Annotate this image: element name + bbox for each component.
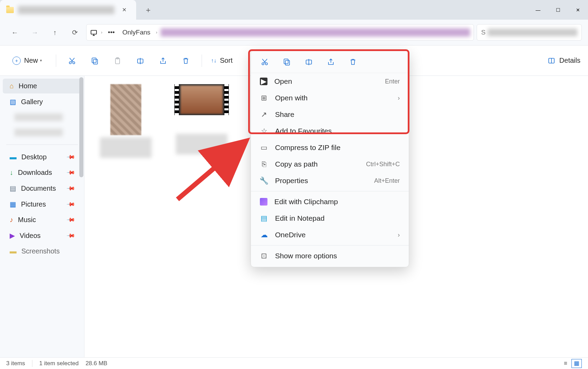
navbar: ← → ↑ ⟳ › ••• OnlyFans › S xyxy=(0,20,588,46)
sidebar-item-label: Pictures xyxy=(21,200,46,208)
svg-rect-3 xyxy=(93,59,98,64)
search-input[interactable]: S xyxy=(477,24,582,41)
sidebar-item-screenshots[interactable]: ▬ Screenshots xyxy=(3,244,81,259)
forward-button[interactable]: → xyxy=(26,25,43,40)
ctx-onedrive[interactable]: ☁ OneDrive › xyxy=(251,227,409,243)
sidebar-item-label: Desktop xyxy=(21,153,47,161)
minimize-button[interactable]: — xyxy=(528,0,548,20)
copy-button[interactable] xyxy=(88,54,102,68)
folder-icon xyxy=(6,7,14,13)
sidebar-item-gallery[interactable]: ▧ Gallery xyxy=(3,94,81,109)
ctx-delete-button[interactable] xyxy=(347,56,358,67)
file-name-blurred xyxy=(100,137,152,158)
scrollbar[interactable] xyxy=(79,76,84,357)
sidebar-item-label: Home xyxy=(19,82,37,90)
ctx-rename-button[interactable] xyxy=(303,56,314,67)
sidebar-item-blurred[interactable] xyxy=(3,125,81,140)
sidebar-item-downloads[interactable]: ↓ Downloads 📌 xyxy=(3,165,81,180)
sort-button[interactable]: ↑↓ Sort xyxy=(211,54,233,68)
search-prefix: S xyxy=(481,29,486,36)
more-icon[interactable]: ••• xyxy=(106,27,117,38)
svg-rect-0 xyxy=(91,30,97,34)
sidebar: ⌂ Home ▧ Gallery ▬ Desktop 📌 ↓ Downloads… xyxy=(0,76,84,357)
status-size: 28.6 MB xyxy=(85,360,107,367)
star-icon: ☆ xyxy=(260,127,268,135)
maximize-button[interactable]: ☐ xyxy=(548,0,568,20)
ctx-share-button[interactable] xyxy=(325,56,336,67)
paste-button[interactable] xyxy=(111,54,124,68)
ctx-favourites[interactable]: ☆ Add to Favourites xyxy=(251,123,409,139)
chevron-right-icon: › xyxy=(156,30,157,35)
sidebar-item-label: Music xyxy=(18,216,36,224)
separator xyxy=(251,191,409,191)
ctx-open[interactable]: ▶ Open Enter xyxy=(251,73,409,90)
sidebar-item-home[interactable]: ⌂ Home xyxy=(3,79,81,93)
details-button[interactable]: Details xyxy=(548,57,580,64)
close-button[interactable]: ✕ xyxy=(568,0,588,20)
search-blurred xyxy=(488,29,577,36)
rename-button[interactable] xyxy=(133,54,147,68)
cut-button[interactable] xyxy=(65,54,79,68)
address-bar[interactable]: › ••• OnlyFans › xyxy=(86,24,474,41)
ctx-properties[interactable]: 🔧 Properties Alt+Enter xyxy=(251,172,409,189)
new-button[interactable]: + New ▾ xyxy=(8,54,47,68)
ctx-share[interactable]: ↗ Share xyxy=(251,106,409,123)
ctx-open-with[interactable]: ⊞ Open with › xyxy=(251,90,409,106)
breadcrumb-folder[interactable]: OnlyFans xyxy=(120,27,152,38)
zip-icon: ▭ xyxy=(260,143,268,152)
tab[interactable]: ✕ xyxy=(0,0,136,20)
sidebar-item-label: Downloads xyxy=(18,169,52,177)
sidebar-item-blurred[interactable] xyxy=(3,110,81,124)
separator xyxy=(251,245,409,246)
context-menu: ▶ Open Enter ⊞ Open with › ↗ Share ☆ Add… xyxy=(251,50,409,267)
pc-icon xyxy=(90,29,98,36)
list-view-button[interactable]: ≡ xyxy=(560,359,571,368)
pin-icon: 📌 xyxy=(66,183,76,193)
notepad-icon: ▤ xyxy=(260,214,268,222)
onedrive-icon: ☁ xyxy=(260,231,268,239)
grid-view-button[interactable]: ▦ xyxy=(571,359,582,368)
ctx-copy-path[interactable]: ⎘ Copy as path Ctrl+Shift+C xyxy=(251,156,409,172)
separator xyxy=(32,360,32,367)
sidebar-item-desktop[interactable]: ▬ Desktop 📌 xyxy=(3,150,81,164)
sidebar-item-documents[interactable]: ▤ Documents 📌 xyxy=(3,181,81,196)
ctx-copy-button[interactable] xyxy=(281,56,292,67)
gallery-icon: ▧ xyxy=(10,98,16,106)
tab-close-button[interactable]: ✕ xyxy=(119,4,130,15)
breadcrumb-blurred xyxy=(161,28,470,37)
ctx-notepad[interactable]: ▤ Edit in Notepad xyxy=(251,210,409,227)
file-item[interactable] xyxy=(98,84,153,158)
documents-icon: ▤ xyxy=(10,184,16,192)
new-label: New xyxy=(24,57,38,64)
sidebar-item-label: Screenshots xyxy=(21,247,60,255)
pin-icon: 📌 xyxy=(66,199,76,209)
ctx-compress[interactable]: ▭ Compress to ZIP file xyxy=(251,139,409,156)
up-button[interactable]: ↑ xyxy=(46,25,63,40)
ctx-more-options[interactable]: ⊡ Show more options xyxy=(251,248,409,264)
separator xyxy=(6,144,78,145)
back-button[interactable]: ← xyxy=(6,25,23,40)
folder-icon: ▬ xyxy=(10,247,17,255)
pin-icon: 📌 xyxy=(66,231,76,240)
delete-button[interactable] xyxy=(179,54,193,68)
sidebar-item-pictures[interactable]: ▦ Pictures 📌 xyxy=(3,197,81,212)
sidebar-item-label: Gallery xyxy=(21,98,43,106)
ctx-cut-button[interactable] xyxy=(259,56,270,67)
refresh-button[interactable]: ⟳ xyxy=(66,25,83,40)
path-icon: ⎘ xyxy=(260,160,268,168)
home-icon: ⌂ xyxy=(10,82,14,90)
sidebar-item-music[interactable]: ♪ Music 📌 xyxy=(3,212,81,227)
new-tab-button[interactable]: ＋ xyxy=(136,5,160,15)
downloads-icon: ↓ xyxy=(10,169,13,177)
videos-icon: ▶ xyxy=(10,231,15,240)
sort-label: Sort xyxy=(220,57,233,64)
share-icon: ↗ xyxy=(260,110,268,119)
sidebar-item-videos[interactable]: ▶ Videos 📌 xyxy=(3,228,81,243)
share-button[interactable] xyxy=(156,54,170,68)
svg-rect-4 xyxy=(92,58,96,63)
tab-title-blurred xyxy=(18,6,114,14)
play-icon: ▶ xyxy=(260,78,267,85)
status-selected: 1 item selected xyxy=(39,360,79,367)
ctx-clipchamp[interactable]: Edit with Clipchamp xyxy=(251,193,409,210)
file-item[interactable] xyxy=(174,84,229,154)
